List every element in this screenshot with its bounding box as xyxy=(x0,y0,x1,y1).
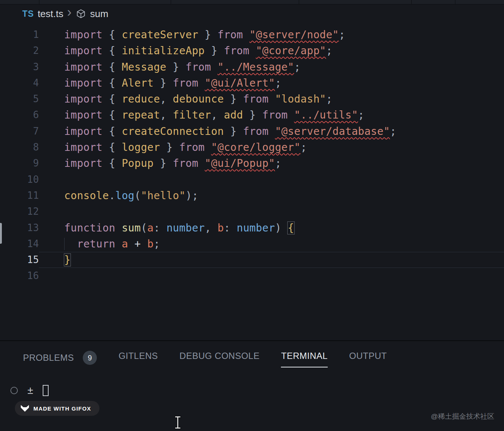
panel-tab-gitlens[interactable]: GITLENS xyxy=(118,351,158,367)
tab-separator xyxy=(171,0,171,4)
code-text[interactable]: console.log("hello"); xyxy=(39,188,504,204)
code-line-15[interactable]: 15} xyxy=(0,252,504,268)
code-line-12[interactable]: 12 xyxy=(0,204,504,220)
code-text[interactable]: import { reduce, debounce } from "lodash… xyxy=(39,91,504,107)
code-line-8[interactable]: 8import { logger } from "@core/logger"; xyxy=(0,139,504,155)
symbol-cube-icon xyxy=(76,9,86,19)
line-number: 2 xyxy=(0,43,39,59)
tab-separator xyxy=(299,0,299,4)
code-line-11[interactable]: 11console.log("hello"); xyxy=(0,188,504,204)
breadcrumb: TS test.ts › sum xyxy=(0,4,504,23)
code-text[interactable]: import { Message } from "../Message"; xyxy=(39,59,504,75)
code-line-2[interactable]: 2import { initializeApp } from "@core/ap… xyxy=(0,43,504,59)
panel-tabs: PROBLEMS9GITLENSDEBUG CONSOLETERMINALOUT… xyxy=(0,341,504,370)
gifox-watermark-badge: MADE WITH GIFOX xyxy=(15,401,99,416)
panel-tab-label: OUTPUT xyxy=(349,351,387,361)
panel-tab-output[interactable]: OUTPUT xyxy=(349,351,387,367)
code-text[interactable]: import { logger } from "@core/logger"; xyxy=(39,139,504,155)
code-line-6[interactable]: 6import { repeat, filter, add } from "..… xyxy=(0,107,504,123)
gifox-label: MADE WITH GIFOX xyxy=(33,405,91,412)
code-line-9[interactable]: 9import { Popup } from "@ui/Popup"; xyxy=(0,155,504,171)
bottom-panel: PROBLEMS9GITLENSDEBUG CONSOLETERMINALOUT… xyxy=(0,341,504,431)
circle-icon xyxy=(10,387,18,394)
code-line-7[interactable]: 7import { createConnection } from "@serv… xyxy=(0,123,504,139)
panel-tab-debug-console[interactable]: DEBUG CONSOLE xyxy=(180,351,260,367)
code-line-16[interactable]: 16 xyxy=(0,268,504,284)
code-line-3[interactable]: 3import { Message } from "../Message"; xyxy=(0,59,504,75)
fox-icon xyxy=(20,404,30,413)
panel-tab-label: TERMINAL xyxy=(281,351,327,361)
code-line-10[interactable]: 10 xyxy=(0,172,504,188)
left-edge-handle[interactable] xyxy=(0,223,2,244)
line-number: 10 xyxy=(0,172,39,188)
tab-separator xyxy=(455,0,455,4)
code-text[interactable]: return a + b; xyxy=(39,236,504,252)
code-line-5[interactable]: 5import { reduce, debounce } from "lodas… xyxy=(0,91,504,107)
breadcrumb-file[interactable]: test.ts xyxy=(37,8,63,20)
line-number: 14 xyxy=(0,236,39,252)
code-text[interactable]: import { createServer } from "@server/no… xyxy=(39,27,504,43)
code-text[interactable]: } xyxy=(39,252,504,268)
panel-tab-terminal[interactable]: TERMINAL xyxy=(281,351,327,367)
community-watermark: @稀土掘金技术社区 xyxy=(431,412,494,421)
code-line-4[interactable]: 4import { Alert } from "@ui/Alert"; xyxy=(0,75,504,91)
tab-separator xyxy=(39,0,39,4)
panel-tab-label: DEBUG CONSOLE xyxy=(180,351,260,361)
code-text[interactable]: import { createConnection } from "@serve… xyxy=(39,123,504,139)
code-line-1[interactable]: 1import { createServer } from "@server/n… xyxy=(0,27,504,43)
code-area: 1import { createServer } from "@server/n… xyxy=(0,27,504,284)
code-editor[interactable]: 1import { createServer } from "@server/n… xyxy=(0,23,504,340)
panel-tab-label: GITLENS xyxy=(118,351,158,361)
line-number: 4 xyxy=(0,75,39,91)
code-text[interactable]: import { Popup } from "@ui/Popup"; xyxy=(39,155,504,171)
code-text[interactable]: function sum(a: number, b: number) { xyxy=(39,220,504,236)
panel-tab-problems[interactable]: PROBLEMS9 xyxy=(23,351,97,370)
problems-count-badge: 9 xyxy=(83,351,97,365)
editor-tab-bar xyxy=(0,0,504,4)
line-number: 12 xyxy=(0,204,39,220)
code-text[interactable] xyxy=(39,268,504,284)
line-number: 8 xyxy=(0,139,39,155)
code-text[interactable]: import { initializeApp } from "@core/app… xyxy=(39,43,504,59)
terminal-cursor xyxy=(43,385,49,396)
code-text[interactable] xyxy=(39,172,504,188)
code-line-13[interactable]: 13function sum(a: number, b: number) { xyxy=(0,220,504,236)
line-number: 5 xyxy=(0,91,39,107)
tab-separator xyxy=(411,0,412,4)
code-text[interactable]: import { Alert } from "@ui/Alert"; xyxy=(39,75,504,91)
line-number: 15 xyxy=(0,252,39,268)
line-number: 11 xyxy=(0,188,39,204)
code-line-14[interactable]: 14 return a + b; xyxy=(0,236,504,252)
code-text[interactable] xyxy=(39,204,504,220)
typescript-file-icon: TS xyxy=(22,9,34,19)
line-number: 1 xyxy=(0,27,39,43)
breadcrumb-symbol[interactable]: sum xyxy=(90,8,108,20)
line-number: 13 xyxy=(0,220,39,236)
code-text[interactable]: import { repeat, filter, add } from "../… xyxy=(39,107,504,123)
line-number: 9 xyxy=(0,155,39,171)
terminal-content[interactable]: ± xyxy=(10,385,504,396)
line-number: 7 xyxy=(0,123,39,139)
prompt-plus-minus: ± xyxy=(27,385,33,396)
chevron-right-icon: › xyxy=(67,7,72,21)
text-cursor-icon xyxy=(174,415,182,431)
line-number: 3 xyxy=(0,59,39,75)
line-number: 6 xyxy=(0,107,39,123)
line-number: 16 xyxy=(0,268,39,284)
panel-tab-label: PROBLEMS xyxy=(23,353,74,363)
